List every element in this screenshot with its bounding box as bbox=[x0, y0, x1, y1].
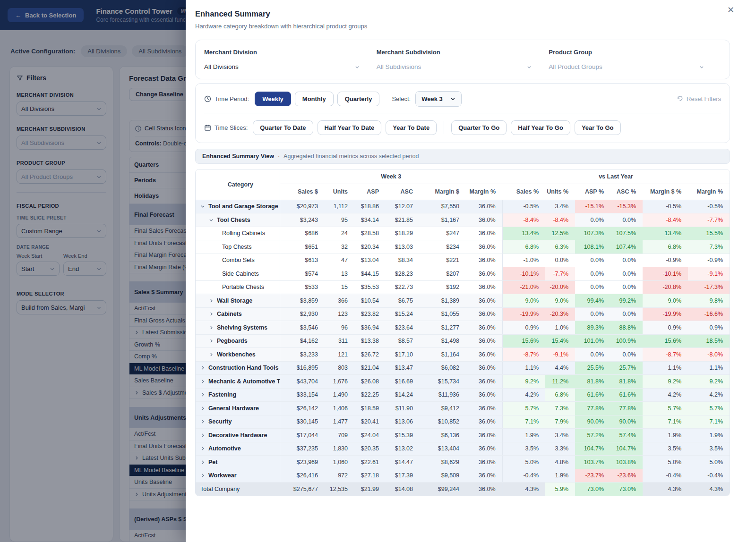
chevron-right-icon[interactable] bbox=[209, 352, 214, 357]
banner-text: Aggregated financial metrics across sele… bbox=[284, 153, 419, 160]
vs-ly-cell: -8.0% bbox=[688, 348, 730, 362]
close-icon[interactable]: ✕ bbox=[727, 6, 734, 14]
metric-cell: 36.0% bbox=[466, 483, 502, 496]
vs-ly-cell: -0.9% bbox=[643, 254, 688, 267]
category-label: Side Cabinets bbox=[222, 271, 259, 277]
time-slice-year-to-go[interactable]: Year To Go bbox=[575, 120, 621, 135]
metric-cell: $15,734 bbox=[420, 375, 466, 389]
table-row: Pegboards$4,162311$13.38$8.57$1,49836.0%… bbox=[196, 334, 730, 348]
metric-cell: 366 bbox=[325, 294, 354, 308]
vs-ly-cell: 7.1% bbox=[502, 415, 545, 429]
metric-cell: $1,389 bbox=[420, 294, 466, 308]
table-row: Rolling Cabinets$68624$28.58$18.29$24736… bbox=[196, 227, 730, 240]
summary-view-banner: Enhanced Summary View · Aggregated finan… bbox=[195, 149, 730, 164]
chevron-right-icon[interactable] bbox=[200, 379, 205, 384]
time-slice-year-to-date[interactable]: Year To Date bbox=[386, 120, 437, 135]
modal-filter-product-group: Product GroupAll Product Groups bbox=[549, 49, 721, 70]
metric-cell: $651 bbox=[280, 240, 325, 254]
chevron-right-icon[interactable] bbox=[200, 460, 205, 465]
chevron-down-icon[interactable] bbox=[209, 218, 214, 222]
period-button-weekly[interactable]: Weekly bbox=[255, 92, 291, 106]
category-cell: Total Company bbox=[196, 483, 280, 496]
metric-cell: $234 bbox=[420, 240, 466, 254]
table-row: Fastening$33,1541,490$22.25$14.24$11,936… bbox=[196, 388, 730, 402]
chevron-right-icon[interactable] bbox=[200, 419, 205, 424]
vs-ly-cell: 5.0% bbox=[688, 456, 730, 469]
vs-ly-cell: 6.3% bbox=[545, 240, 575, 254]
chevron-right-icon[interactable] bbox=[200, 446, 205, 451]
chevron-right-icon[interactable] bbox=[200, 406, 205, 411]
chevron-right-icon[interactable] bbox=[200, 473, 205, 478]
metric-cell: 123 bbox=[325, 307, 354, 321]
metric-cell: 36.0% bbox=[466, 321, 502, 335]
vs-ly-cell: 89.3% bbox=[575, 321, 610, 335]
metric-cell: 32 bbox=[325, 240, 354, 254]
reset-filters-button[interactable]: Reset Filters bbox=[677, 95, 721, 102]
vs-ly-cell: -0.4% bbox=[643, 469, 688, 483]
period-button-quarterly[interactable]: Quarterly bbox=[337, 92, 380, 106]
metric-cell: 36.0% bbox=[466, 213, 502, 227]
metric-cell: $22.61 bbox=[354, 456, 386, 469]
metric-cell: $18.86 bbox=[354, 200, 386, 213]
metric-cell: 24 bbox=[325, 227, 354, 240]
metric-cell: $6.75 bbox=[386, 294, 420, 308]
metric-cell: $44.15 bbox=[354, 267, 386, 281]
table-row: Security$30,1451,477$20.41$13.06$10,8523… bbox=[196, 415, 730, 429]
chevron-right-icon[interactable] bbox=[209, 312, 214, 316]
category-label: Portable Chests bbox=[222, 284, 264, 290]
vs-ly-cell: 0.0% bbox=[610, 307, 643, 321]
chevron-right-icon[interactable] bbox=[209, 325, 214, 330]
time-slice-quarter-to-go[interactable]: Quarter To Go bbox=[451, 120, 507, 135]
calendar-icon bbox=[204, 124, 211, 131]
chevron-right-icon[interactable] bbox=[200, 433, 205, 438]
vs-ly-cell: 5.0% bbox=[502, 456, 545, 469]
week-select[interactable]: Week 3 bbox=[415, 91, 462, 107]
category-cell: Pet bbox=[196, 456, 280, 469]
chevron-right-icon[interactable] bbox=[209, 298, 214, 303]
table-row: Tool Chests$3,24395$34.14$21.85$1,16736.… bbox=[196, 213, 730, 227]
filter-select[interactable]: All Divisions bbox=[204, 63, 377, 70]
divider bbox=[204, 113, 721, 113]
vs-ly-cell: 107.3% bbox=[575, 227, 610, 240]
vs-ly-cell: -20.0% bbox=[545, 280, 575, 294]
category-cell: Combo Sets bbox=[196, 254, 280, 267]
time-slice-half-year-to-date[interactable]: Half Year To Date bbox=[318, 120, 382, 135]
time-slice-quarter-to-date[interactable]: Quarter To Date bbox=[253, 120, 313, 135]
column-header: Sales $ bbox=[280, 184, 325, 200]
vs-ly-cell: 15.5% bbox=[688, 227, 730, 240]
metric-cell: $21.04 bbox=[354, 361, 386, 375]
metric-cell: $28.23 bbox=[386, 267, 420, 281]
chevron-right-icon[interactable] bbox=[200, 392, 205, 397]
metric-cell: $28.58 bbox=[354, 227, 386, 240]
filter-select[interactable]: All Product Groups bbox=[549, 63, 721, 70]
vs-ly-cell: 6.8% bbox=[643, 240, 688, 254]
time-slice-half-year-to-go[interactable]: Half Year To Go bbox=[511, 120, 570, 135]
chevron-down-icon[interactable] bbox=[200, 204, 205, 209]
metric-cell: $686 bbox=[280, 227, 325, 240]
metric-cell: $1,498 bbox=[420, 334, 466, 348]
category-label: Combo Sets bbox=[222, 257, 255, 263]
vs-ly-cell: 90.0% bbox=[575, 415, 610, 429]
vs-ly-cell: 9.0% bbox=[545, 294, 575, 308]
category-label: Construction Hand Tools bbox=[208, 364, 278, 371]
vs-ly-cell: 5.7% bbox=[502, 402, 545, 415]
vs-ly-cell: 9.8% bbox=[688, 294, 730, 308]
vs-ly-cell: 25.5% bbox=[575, 361, 610, 375]
metric-cell: 36.0% bbox=[466, 227, 502, 240]
filter-select[interactable]: All Subdivisions bbox=[377, 63, 549, 70]
chevron-down-icon bbox=[355, 65, 360, 69]
vs-ly-cell: 7.3% bbox=[545, 402, 575, 415]
column-header: ASC % bbox=[610, 184, 643, 200]
chevron-right-icon[interactable] bbox=[200, 365, 205, 370]
vs-ly-cell: 3.3% bbox=[545, 442, 575, 456]
vs-ly-cell: 61.6% bbox=[610, 388, 643, 402]
vs-ly-cell: -8.4% bbox=[502, 213, 545, 227]
chevron-right-icon[interactable] bbox=[209, 339, 214, 343]
category-label: Workbenches bbox=[217, 351, 256, 358]
vs-ly-cell: 0.0% bbox=[575, 307, 610, 321]
metric-cell: $13.04 bbox=[354, 254, 386, 267]
period-button-monthly[interactable]: Monthly bbox=[295, 92, 334, 106]
table-row: Wall Storage$3,859366$10.54$6.75$1,38936… bbox=[196, 294, 730, 308]
table-row: Shelving Systems$3,54696$36.94$23.64$1,2… bbox=[196, 321, 730, 335]
vs-ly-cell: -17.3% bbox=[688, 280, 730, 294]
